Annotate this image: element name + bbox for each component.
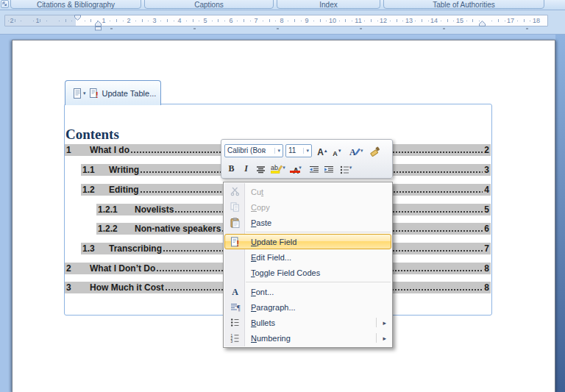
chevron-down-icon[interactable]: ▾	[274, 148, 282, 154]
scissors-icon	[225, 187, 245, 196]
quick-styles-icon: A	[349, 146, 360, 157]
toc-entry-number: 1.2	[81, 185, 109, 195]
menu-item-bullets[interactable]: Bullets▸	[224, 315, 391, 330]
toc-menu-button[interactable]: ▾	[71, 88, 88, 99]
align-center-button[interactable]	[254, 160, 268, 174]
ruler-number: 8	[280, 17, 283, 24]
mini-toolbar: Calibri (Boʀ ▾ 11 ▾ A▲ A▼ A ▾	[221, 139, 393, 179]
ruler-number: 9	[305, 17, 308, 24]
svg-text:!: !	[237, 239, 240, 247]
bullets-icon	[340, 165, 349, 174]
horizontal-ruler[interactable]: 211234567891011121314151718	[0, 10, 565, 35]
update-table-button[interactable]: ! Update Table...	[88, 88, 158, 99]
ruler-number: 5	[203, 17, 207, 24]
toc-entry-page-number: 8	[484, 282, 491, 293]
submenu-arrow-icon[interactable]: ▸	[383, 319, 386, 327]
dialog-launcher-button[interactable]	[1, 0, 9, 8]
ruler-tab-stop	[360, 28, 362, 29]
ruler-number: 12	[380, 17, 387, 24]
toc-entry-number: 1.2.2	[96, 224, 135, 234]
font-color-button[interactable]: A ▾	[288, 160, 306, 174]
chevron-down-icon[interactable]: ▾	[303, 148, 311, 154]
text-highlight-icon: ab	[271, 163, 282, 174]
toc-entry-label: Editing	[109, 185, 139, 195]
ruler-number: 6	[229, 17, 232, 24]
menu-item-label: Edit Field...	[251, 253, 291, 262]
first-line-indent-marker[interactable]	[74, 15, 81, 21]
menu-item-label: Update Field	[251, 238, 296, 246]
toc-entry-label: What I Don’t Do	[90, 263, 155, 274]
numbering-icon: 123	[225, 333, 245, 343]
ruler-number: 18	[533, 17, 540, 24]
font-name-combo[interactable]: Calibri (Boʀ ▾	[224, 144, 283, 157]
paragraph-icon: ¶	[225, 302, 245, 312]
toc-entry-page-number: 2	[484, 145, 491, 155]
menu-item-update-field[interactable]: !Update Field	[224, 234, 391, 249]
toc-entry-page-number: 7	[484, 243, 491, 254]
italic-button[interactable]: I	[239, 160, 253, 174]
bullets-button[interactable]: ▾	[336, 160, 355, 174]
ruler-number: 1	[102, 17, 105, 24]
menu-item-numbering[interactable]: 123Numbering▸	[224, 330, 391, 346]
menu-item-label: Paste	[251, 218, 271, 227]
svg-text:ab: ab	[271, 164, 278, 171]
toc-field-tab: ▾ ! Update Table...	[65, 80, 161, 105]
font-a-icon: A	[225, 287, 245, 296]
grow-font-button[interactable]: A▲	[316, 143, 330, 157]
menu-item-label: Bullets	[251, 318, 275, 327]
decrease-indent-button[interactable]	[307, 160, 321, 174]
menu-item-paste[interactable]: Paste	[224, 215, 391, 230]
text-highlight-button[interactable]: ab ▾	[269, 160, 288, 174]
submenu-arrow-icon[interactable]: ▸	[383, 335, 386, 342]
ruler-tab-stop	[526, 28, 528, 29]
bullets-icon	[225, 318, 245, 327]
bold-icon: B	[228, 163, 234, 174]
ruler-tab-stop	[277, 28, 279, 29]
ruler-number: 10	[329, 17, 336, 24]
toc-entry-label: Writing	[109, 165, 139, 175]
toc-entry-page-number: 4	[484, 185, 491, 195]
align-center-icon	[256, 165, 266, 174]
shrink-font-button[interactable]: A▼	[330, 143, 344, 157]
grow-font-icon: A	[317, 147, 324, 157]
doc-exclaim-icon: !	[225, 237, 245, 247]
ruler-number: 1	[35, 17, 39, 24]
menu-separator	[246, 282, 391, 282]
font-name-value: Calibri (Boʀ	[227, 146, 266, 154]
bold-button[interactable]: B	[224, 160, 238, 174]
font-size-combo[interactable]: 11 ▾	[285, 144, 312, 157]
toc-entry-label: Transcribing	[109, 243, 162, 254]
ruler-number: 15	[456, 17, 463, 24]
decrease-indent-icon	[309, 165, 319, 174]
ruler-tab-stop	[110, 28, 113, 29]
right-indent-marker[interactable]	[479, 21, 486, 26]
ribbon-group-label-table-of-authorities: Table of Authorities	[383, 0, 544, 9]
update-table-label: Update Table...	[102, 89, 157, 98]
submenu-divider	[376, 333, 377, 343]
toc-title: Contents	[65, 126, 119, 143]
menu-item-label: Paragraph...	[251, 303, 296, 312]
hanging-indent-marker[interactable]	[95, 21, 102, 31]
menu-item-toggle-field-codes[interactable]: Toggle Field Codes	[224, 265, 391, 280]
ruler-tab-stop	[193, 28, 196, 29]
menu-item-label: Numbering	[251, 334, 291, 343]
svg-text:A: A	[349, 147, 356, 157]
ruler-page-region	[76, 15, 547, 26]
menu-item-paragraph[interactable]: ¶Paragraph...	[224, 299, 391, 315]
toc-entry-page-number: 6	[484, 224, 491, 234]
ruler-number: 2	[10, 17, 13, 24]
ruler-number: 3	[152, 17, 156, 24]
increase-indent-button[interactable]	[321, 160, 335, 174]
ruler-number: 2	[127, 17, 130, 24]
ruler-tab-stop	[443, 28, 445, 29]
context-menu: CutCopyPaste!Update FieldEdit Field...To…	[223, 182, 393, 348]
toc-entry-label: How Much it Cost	[90, 282, 164, 293]
quick-styles-button[interactable]: A ▾	[348, 143, 364, 157]
ribbon-groups-strip: Citations & BibliographyCaptionsIndexTab…	[0, 0, 565, 10]
toc-entry-label: Non-native speakers	[135, 224, 221, 234]
menu-item-edit-field[interactable]: Edit Field...	[224, 249, 391, 265]
format-painter-icon	[369, 146, 380, 157]
menu-item-font[interactable]: AFont...	[224, 284, 391, 299]
format-painter-button[interactable]	[367, 143, 381, 157]
copy-icon	[225, 202, 245, 212]
